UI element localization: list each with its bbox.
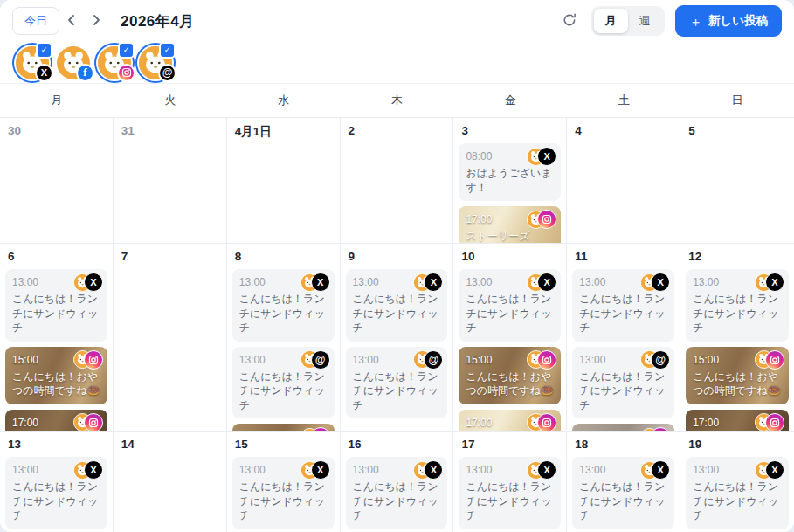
prev-month-button[interactable] — [61, 10, 82, 33]
event-card[interactable]: 17:00ストーリーズ — [5, 410, 107, 431]
event-text: こんにちは！ランチにサンドウィッチ — [693, 292, 782, 335]
refresh-icon — [562, 12, 577, 31]
calendar-cell[interactable]: 613:00Xこんにちは！ランチにサンドウィッチ15:00こんにちは！おやつの時… — [0, 244, 114, 431]
event-card[interactable]: 13:00@こんにちは！ランチにサンドウィッチ — [232, 347, 335, 419]
event-card[interactable]: 13:00Xこんにちは！ランチにサンドウィッチ — [686, 457, 789, 529]
event-text: こんにちは！ランチにサンドウィッチ — [579, 292, 667, 335]
new-post-button[interactable]: ＋ 新しい投稿 — [675, 5, 782, 37]
instagram-icon — [651, 427, 670, 431]
event-card[interactable]: 13:00Xこんにちは！ランチにサンドウィッチ — [346, 457, 448, 529]
event-card[interactable]: 17:00ストーリーズ — [686, 410, 789, 431]
event-badges: X — [527, 273, 556, 292]
date-label: 19 — [688, 438, 789, 451]
calendar-week: 613:00Xこんにちは！ランチにサンドウィッチ15:00こんにちは！おやつの時… — [0, 244, 794, 432]
calendar-cell[interactable]: 308:00Xおはようございます！17:00ストーリーズ — [453, 118, 567, 243]
event-text: こんにちは！ランチにサンドウィッチ — [353, 370, 441, 413]
next-month-button[interactable] — [86, 10, 107, 33]
calendar-cell[interactable]: 1213:00Xこんにちは！ランチにサンドウィッチ15:00こんにちは！おやつの… — [680, 244, 794, 431]
calendar-cell[interactable]: 5 — [680, 118, 794, 243]
event-badges — [527, 350, 556, 370]
page-title: 2026年4月 — [121, 11, 195, 31]
event-text: こんにちは！ランチにサンドウィッチ — [239, 292, 328, 335]
calendar-cell[interactable]: 1813:00Xこんにちは！ランチにサンドウィッチ15:00@ — [567, 432, 680, 532]
event-card[interactable]: 15:00こんにちは！おやつの時間ですね🍩 — [686, 347, 789, 404]
event-card[interactable]: 13:00Xこんにちは！ランチにサンドウィッチ — [232, 269, 335, 342]
event-badges: X — [527, 147, 556, 166]
accounts-row: ✓Xf✓✓@ — [0, 42, 794, 84]
weekday-header: 月火水木金土日 — [0, 84, 794, 118]
calendar-cell[interactable]: 1513:00Xこんにちは！ランチにサンドウィッチ15:00X — [227, 432, 341, 532]
date-label: 11 — [575, 250, 674, 263]
threads-icon: @ — [651, 350, 670, 370]
event-badges — [300, 427, 330, 431]
event-card[interactable]: 13:00@こんにちは！ランチにサンドウィッチ — [572, 347, 674, 419]
x-icon: X — [537, 273, 556, 292]
event-card[interactable]: 13:00Xこんにちは！ランチにサンドウィッチ — [346, 269, 448, 342]
event-card[interactable]: 17:00ストーリーズ — [459, 410, 561, 431]
event-time: 15:00 — [693, 354, 719, 366]
calendar-cell[interactable]: 1913:00Xこんにちは！ランチにサンドウィッチ15:00@ — [680, 432, 794, 532]
calendar-cell[interactable]: 1613:00Xこんにちは！ランチにサンドウィッチ13:00@ — [341, 432, 454, 532]
account-avatar-x[interactable]: ✓X — [16, 46, 49, 79]
calendar-cell[interactable]: 7 — [114, 244, 227, 431]
event-badges: X — [413, 460, 443, 480]
calendar-cell[interactable]: 30 — [0, 118, 114, 243]
calendar-cell[interactable]: 1313:00Xこんにちは！ランチにサンドウィッチ13:00@ — [0, 432, 114, 532]
calendar-cell[interactable]: 1113:00Xこんにちは！ランチにサンドウィッチ13:00@こんにちは！ランチ… — [567, 244, 680, 431]
event-card[interactable]: 13:00Xこんにちは！ランチにサンドウィッチ — [686, 269, 789, 342]
check-badge-icon: ✓ — [159, 42, 176, 59]
event-card[interactable]: 13:00Xこんにちは！ランチにサンドウィッチ — [572, 457, 674, 529]
x-icon: X — [765, 273, 784, 292]
event-card[interactable]: 13:00Xこんにちは！ランチにサンドウィッチ — [459, 269, 561, 342]
event-text: こんにちは！ランチにサンドウィッチ — [579, 370, 667, 413]
account-avatar-threads[interactable]: ✓@ — [139, 46, 172, 79]
event-text: こんにちは！おやつの時間ですね🍩 — [466, 370, 554, 398]
event-card[interactable]: 13:00Xこんにちは！ランチにサンドウィッチ — [5, 269, 107, 342]
event-card[interactable]: 17:00ストーリーズ — [232, 424, 335, 431]
calendar-cell[interactable]: 4 — [567, 118, 680, 243]
event-badges: X — [527, 460, 556, 480]
calendar-cell[interactable]: 1713:00Xこんにちは！ランチにサンドウィッチ15:00@ — [453, 432, 567, 532]
view-week-button[interactable]: 週 — [628, 9, 662, 33]
threads-icon: @ — [311, 350, 330, 370]
event-time: 13:00 — [12, 276, 38, 288]
event-card[interactable]: 17:00ストーリーズ — [459, 206, 561, 243]
event-card[interactable]: 15:00こんにちは！おやつの時間ですね🍩 — [5, 347, 107, 404]
event-card[interactable]: 17:00ストーリーズ — [572, 424, 674, 431]
x-icon: X — [311, 460, 330, 480]
event-card[interactable]: 15:00こんにちは！おやつの時間ですね🍩 — [459, 347, 561, 404]
plus-icon: ＋ — [689, 15, 702, 28]
account-avatar-instagram[interactable]: ✓ — [98, 46, 131, 79]
event-card[interactable]: 13:00Xこんにちは！ランチにサンドウィッチ — [5, 457, 107, 529]
event-card[interactable]: 13:00Xこんにちは！ランチにサンドウィッチ — [572, 269, 674, 342]
account-avatar-facebook[interactable]: f — [57, 46, 90, 79]
event-badges — [527, 210, 556, 229]
instagram-icon — [84, 350, 103, 370]
event-text: こんにちは！ランチにサンドウィッチ — [353, 292, 441, 335]
instagram-icon — [537, 350, 556, 370]
event-text: こんにちは！ランチにサンドウィッチ — [466, 480, 554, 523]
event-badges — [755, 413, 784, 431]
refresh-button[interactable] — [558, 9, 581, 34]
calendar-cell[interactable]: 813:00Xこんにちは！ランチにサンドウィッチ13:00@こんにちは！ランチに… — [227, 244, 341, 431]
view-month-button[interactable]: 月 — [594, 9, 628, 33]
today-button[interactable]: 今日 — [12, 7, 59, 35]
calendar-cell[interactable]: 913:00Xこんにちは！ランチにサンドウィッチ13:00@こんにちは！ランチに… — [341, 244, 454, 431]
event-card[interactable]: 13:00@こんにちは！ランチにサンドウィッチ — [346, 347, 448, 419]
date-label: 3 — [461, 124, 561, 137]
calendar-cell[interactable]: 1013:00Xこんにちは！ランチにサンドウィッチ15:00こんにちは！おやつの… — [453, 244, 567, 431]
event-card[interactable]: 13:00Xこんにちは！ランチにサンドウィッチ — [459, 457, 561, 529]
scheduler-app: 今日 2026年4月 月 週 ＋ 新しい投稿 — [0, 0, 794, 532]
calendar-cell[interactable]: 2 — [341, 118, 454, 243]
calendar-cell[interactable]: 14 — [114, 432, 227, 532]
calendar-week: 30314月1日2308:00Xおはようございます！17:00ストーリーズ45 — [0, 118, 794, 244]
event-card[interactable]: 13:00Xこんにちは！ランチにサンドウィッチ — [232, 457, 335, 529]
event-badges — [73, 350, 103, 370]
event-card[interactable]: 08:00Xおはようございます！ — [459, 143, 561, 201]
date-label: 12 — [688, 250, 789, 263]
calendar-cell[interactable]: 4月1日 — [227, 118, 341, 243]
calendar-cell[interactable]: 31 — [114, 118, 227, 243]
date-label: 18 — [575, 438, 674, 451]
event-time: 13:00 — [353, 464, 379, 476]
x-icon: X — [311, 273, 330, 292]
